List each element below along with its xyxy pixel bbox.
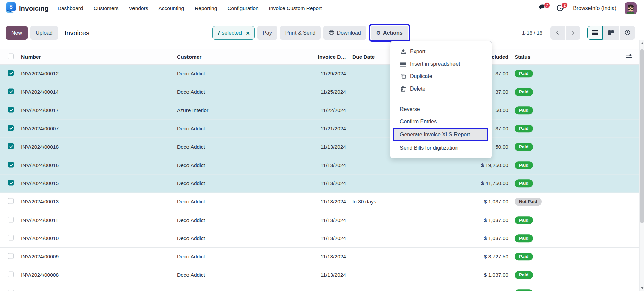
table-row[interactable]: INV/2024/00015 Deco Addict 11/13/2024 $ … (0, 175, 644, 193)
list-view-button[interactable] (587, 26, 603, 40)
row-checkbox[interactable] (8, 107, 14, 112)
invoice-number: INV/2024/00008 (21, 272, 59, 278)
header-status[interactable]: Status (515, 54, 530, 60)
pay-button[interactable]: Pay (257, 26, 277, 40)
status-badge: Paid (515, 161, 533, 169)
actions-button[interactable]: ⚙ Actions (371, 26, 408, 40)
navbar-right: 7 2 BrowseInfo (India) (538, 2, 637, 14)
row-checkbox[interactable] (8, 235, 14, 241)
status-badge: Paid (515, 70, 533, 78)
download-button[interactable]: Download (323, 26, 366, 40)
menu-item-vendors[interactable]: Vendors (129, 5, 148, 11)
row-checkbox[interactable] (8, 272, 14, 277)
customer-name: Deco Addict (177, 235, 205, 241)
menu-item-reverse[interactable]: Reverse (390, 103, 492, 115)
menu-item-send-bills-for-digitization[interactable]: Send Bills for digitization (390, 141, 492, 154)
row-checkbox[interactable] (8, 217, 14, 222)
scrollbar-thumb[interactable] (640, 49, 644, 223)
due-date: In 30 days (352, 199, 376, 205)
pager (550, 26, 580, 40)
company-switcher[interactable]: BrowseInfo (India) (573, 5, 616, 11)
optional-columns-icon[interactable] (626, 54, 632, 60)
menu-item-invoice-custom-report[interactable]: Invoice Custom Report (269, 5, 322, 11)
invoice-date: 11/25/2024 (295, 89, 346, 95)
row-checkbox[interactable] (8, 290, 14, 291)
invoice-number: INV/2024/00012 (21, 71, 59, 77)
select-all-checkbox[interactable] (8, 53, 14, 59)
pager-next-button[interactable] (566, 26, 580, 40)
header-invoice-date[interactable]: Invoice D… (295, 54, 346, 60)
row-checkbox[interactable] (8, 180, 14, 186)
menu-item-generate-invoice-xls-report[interactable]: Generate Invoice XLS Report (393, 128, 488, 141)
actions-label: Actions (383, 30, 403, 36)
table-row[interactable]: INV/2024/00007 Deco Addict 11/21/2024 37… (0, 120, 644, 138)
vertical-scrollbar[interactable] (639, 40, 644, 291)
print-send-button[interactable]: Print & Send (280, 26, 321, 40)
chevron-left-icon (556, 30, 559, 36)
amount-tax-excluded: $ 19,250.00 (419, 162, 508, 168)
chevron-right-icon (571, 30, 575, 36)
kanban-view-button[interactable] (603, 26, 619, 40)
header-due-date[interactable]: Due Date (352, 54, 375, 60)
table-row[interactable]: INV/2024/00018 Deco Addict 11/13/2024 50… (0, 138, 644, 156)
pager-previous-button[interactable] (550, 26, 565, 40)
customer-name: Deco Addict (177, 71, 205, 77)
scroll-up-arrow[interactable] (641, 42, 644, 44)
menu-divider (390, 99, 492, 99)
row-checkbox[interactable] (8, 253, 14, 259)
table-row[interactable]: INV/2024/00014 Deco Addict 11/25/2024 37… (0, 83, 644, 102)
status-badge: Paid (515, 253, 533, 261)
row-checkbox[interactable] (8, 198, 14, 204)
row-checkbox[interactable] (8, 70, 14, 76)
table-row[interactable]: INV/2024/00011 Deco Addict 11/13/2024 $ … (0, 211, 644, 230)
messages-button[interactable]: 7 (538, 4, 547, 13)
header-number[interactable]: Number (21, 54, 41, 60)
gear-icon: ⚙ (376, 31, 381, 36)
activities-button[interactable]: 2 (555, 4, 565, 13)
invoice-date: 11/13/2024 (295, 180, 346, 186)
svg-text:$: $ (10, 4, 13, 10)
header-customer[interactable]: Customer (177, 54, 201, 60)
app-name: Invoicing (19, 5, 49, 12)
menu-item-customers[interactable]: Customers (94, 5, 119, 11)
table-row[interactable]: INV/2024/00009 Deco Addict 11/13/2024 $ … (0, 248, 644, 266)
list-header-row: Number Customer Invoice D… Due Date Tax … (0, 49, 644, 65)
status-badge: Not Paid (515, 198, 542, 206)
table-row[interactable]: INV/2024/00012 Deco Addict 11/29/2024 37… (0, 65, 644, 83)
menu-item-configuration[interactable]: Configuration (227, 5, 258, 11)
menu-item-dashboard[interactable]: Dashboard (58, 5, 83, 11)
table-row[interactable]: Paid (0, 284, 644, 291)
menu-item-confirm-entries[interactable]: Confirm Entries (390, 115, 492, 128)
customer-name: Azure Interior (177, 107, 208, 113)
upload-button[interactable]: Upload (30, 26, 58, 40)
download-label: Download (337, 30, 361, 36)
activity-view-button[interactable] (620, 26, 635, 40)
new-button[interactable]: New (6, 26, 28, 40)
status-badge: Paid (515, 125, 533, 133)
customer-name: Deco Addict (177, 89, 205, 95)
menu-item-accounting[interactable]: Accounting (158, 5, 184, 11)
row-checkbox[interactable] (8, 162, 14, 167)
table-row[interactable]: INV/2024/00008 Deco Addict 11/13/2024 $ … (0, 266, 644, 285)
row-checkbox[interactable] (8, 143, 14, 149)
table-row[interactable]: INV/2024/00017 Azure Interior 11/22/2024… (0, 101, 644, 120)
menu-item-duplicate[interactable]: Duplicate (390, 70, 492, 82)
app-brand[interactable]: $ Invoicing (6, 2, 49, 14)
table-row[interactable]: INV/2024/00010 Deco Addict 11/13/2024 $ … (0, 229, 644, 248)
menu-item-export[interactable]: Export (390, 45, 492, 58)
table-row[interactable]: INV/2024/00013 Deco Addict 11/13/2024 In… (0, 193, 644, 211)
clear-selection-icon[interactable]: × (246, 30, 250, 36)
row-checkbox[interactable] (8, 89, 14, 94)
row-checkbox[interactable] (8, 125, 14, 131)
menu-item-insert-in-spreadsheet[interactable]: Insert in spreadsheet (390, 58, 492, 70)
scroll-down-arrow[interactable] (641, 287, 644, 289)
invoicing-app-icon: $ (6, 2, 16, 14)
actions-dropdown-menu: Export Insert in spreadsheet Duplicate D… (390, 41, 492, 158)
invoice-date: 11/22/2024 (295, 107, 346, 113)
menu-item-reporting[interactable]: Reporting (195, 5, 217, 11)
user-avatar[interactable] (625, 2, 637, 14)
table-row[interactable]: INV/2024/00016 Deco Addict 11/13/2024 $ … (0, 156, 644, 175)
control-panel-left: New Upload Invoices (6, 26, 89, 40)
menu-item-delete[interactable]: Delete (390, 82, 492, 95)
invoice-number: INV/2024/00013 (21, 199, 59, 205)
